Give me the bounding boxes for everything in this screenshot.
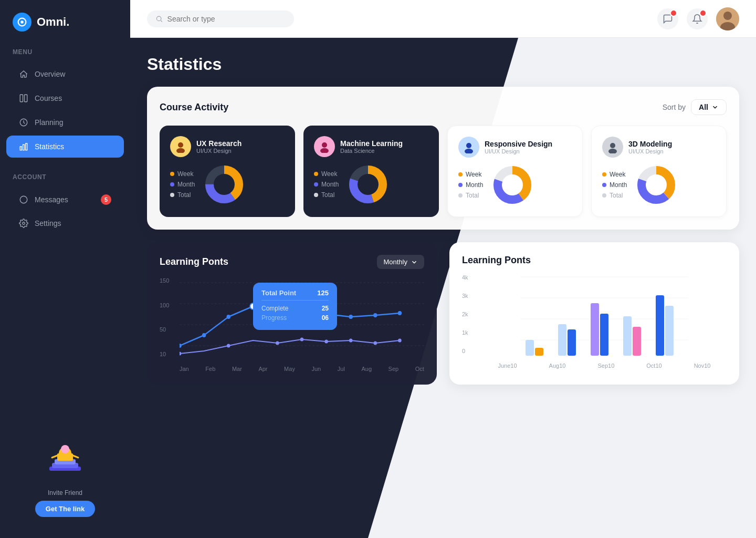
svg-point-46 <box>180 344 182 348</box>
planning-icon <box>19 118 28 127</box>
course-category: UI/UX Design <box>196 148 242 154</box>
svg-rect-74 <box>623 316 632 356</box>
svg-point-23 <box>176 148 185 153</box>
svg-point-9 <box>23 222 25 225</box>
svg-rect-6 <box>23 144 25 150</box>
course-name: 3D Modeling <box>628 140 672 148</box>
course-category: UI/UX Design <box>485 148 552 154</box>
svg-rect-69 <box>535 348 543 356</box>
card-header: Course Activity Sort by All <box>160 99 727 115</box>
y-label: 2k <box>462 311 478 317</box>
search-input[interactable] <box>167 15 286 23</box>
tooltip-progress-val: 06 <box>322 314 329 322</box>
content-scroll: Statistics Course Activity Sort by All <box>130 38 756 538</box>
donut-chart-ml <box>347 163 389 205</box>
sidebar-item-planning[interactable]: Planning <box>6 111 124 133</box>
x-label: June10 <box>498 363 517 369</box>
sidebar-item-settings[interactable]: Settings <box>6 212 124 234</box>
sidebar-item-overview[interactable]: Overview <box>6 63 124 85</box>
lp-title-light: Learning Ponts <box>462 255 531 266</box>
course-card-ux-research: UX Research UI/UX Design Week Month Tota… <box>160 126 295 217</box>
donut-chart-rd <box>491 164 533 206</box>
bar-chart-svg <box>482 274 727 358</box>
svg-rect-76 <box>656 295 664 356</box>
tooltip-progress-label: Progress <box>261 314 287 322</box>
legend-week: Week <box>170 170 195 178</box>
course-avatar-3d <box>602 137 623 158</box>
svg-point-63 <box>398 339 402 343</box>
x-label: May <box>284 366 295 372</box>
bar-chart-container: 4k 3k 2k 1k 0 <box>462 274 727 369</box>
logo[interactable]: Omni. <box>0 13 130 48</box>
course-info-ml: Machine Learning Data Science <box>340 139 403 154</box>
content-wrapper: Statistics Course Activity Sort by All <box>130 38 756 538</box>
legend-total: Total <box>458 192 483 199</box>
svg-rect-68 <box>526 340 534 356</box>
course-name: Machine Learning <box>340 139 403 148</box>
svg-rect-71 <box>568 329 576 356</box>
svg-point-48 <box>226 315 230 319</box>
course-avatar-ml <box>314 136 335 157</box>
course-activity-card: Course Activity Sort by All <box>147 87 739 230</box>
messages-badge: 5 <box>101 194 111 205</box>
svg-rect-75 <box>633 327 641 356</box>
tooltip-complete-val: 25 <box>322 305 329 312</box>
account-section: Account Messages 5 Settings <box>0 173 130 235</box>
y-axis-dark: 150 100 50 10 <box>160 277 175 372</box>
search-box[interactable] <box>147 11 294 27</box>
svg-rect-3 <box>25 95 27 102</box>
sidebar-item-statistics[interactable]: Statistics <box>6 136 124 158</box>
sort-by-area: Sort by All <box>663 99 727 115</box>
course-info-ux: UX Research UI/UX Design <box>196 139 242 154</box>
tooltip-total-val: 125 <box>317 289 329 297</box>
chat-badge <box>670 9 677 17</box>
course-card-rd: Responsive Design UI/UX Design Week Mont… <box>447 126 583 217</box>
tooltip-complete-row: Complete 25 <box>261 305 329 312</box>
monthly-select[interactable]: Monthly <box>377 255 424 269</box>
course-card-3d: 3D Modeling UI/UX Design Week Month Tota… <box>591 126 727 217</box>
orange-dot <box>170 172 174 176</box>
svg-rect-5 <box>20 147 22 150</box>
sidebar-item-label: Statistics <box>35 142 64 151</box>
legend-week: Week <box>458 171 483 178</box>
notifications-icon-btn[interactable] <box>687 8 708 29</box>
course-cards-grid: UX Research UI/UX Design Week Month Tota… <box>160 126 727 217</box>
course-card-body: Week Month Total <box>458 164 572 206</box>
y-label: 1k <box>462 329 478 336</box>
invite-button[interactable]: Get The link <box>35 501 95 517</box>
chart-area-dark: Total Point 125 Complete 25 Progress 06 <box>180 277 424 372</box>
donut-legend: Week Month Total <box>458 171 483 199</box>
sidebar-item-courses[interactable]: Courses <box>6 87 124 109</box>
svg-point-20 <box>723 12 732 20</box>
svg-point-62 <box>374 342 377 345</box>
course-card-body: Week Month Total <box>170 163 285 205</box>
sidebar-item-label: Messages <box>35 195 68 204</box>
y-label: 0 <box>462 348 478 354</box>
bottom-row: Learning Ponts Monthly 150 100 50 10 <box>147 242 739 385</box>
book-icon <box>19 94 28 103</box>
y-label: 4k <box>462 274 478 281</box>
user-avatar[interactable] <box>716 7 739 30</box>
tooltip-progress-row: Progress 06 <box>261 314 329 322</box>
sort-by-label: Sort by <box>663 103 686 111</box>
svg-point-28 <box>320 148 329 153</box>
bell-badge <box>699 9 707 17</box>
svg-rect-7 <box>26 143 27 150</box>
messages-icon-btn[interactable] <box>657 8 678 29</box>
message-icon <box>19 195 28 204</box>
sidebar-item-messages[interactable]: Messages 5 <box>6 188 124 211</box>
course-info-3d: 3D Modeling UI/UX Design <box>628 140 672 154</box>
tooltip-total-row: Total Point 125 <box>261 289 329 301</box>
legend-week: Week <box>602 171 627 178</box>
x-label: Aug <box>361 366 372 372</box>
gray-dot <box>458 193 463 198</box>
legend-total: Total <box>170 191 195 199</box>
bar-chart-area: June10 Aug10 Sep10 Oct10 Nov10 <box>482 274 727 369</box>
y-label: 150 <box>160 277 175 284</box>
lp-title-dark: Learning Ponts <box>160 256 228 267</box>
sort-by-select[interactable]: All <box>691 99 727 115</box>
course-name: Responsive Design <box>485 140 552 148</box>
x-label: Feb <box>205 366 215 372</box>
x-label: Jan <box>180 366 189 372</box>
stats-icon <box>19 142 28 151</box>
